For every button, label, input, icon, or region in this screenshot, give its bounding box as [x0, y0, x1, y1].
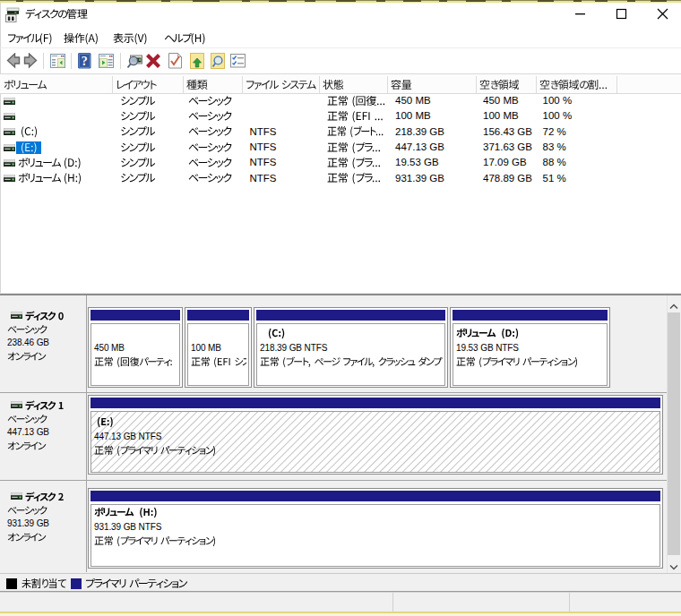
- svg-text:?: ?: [82, 55, 88, 68]
